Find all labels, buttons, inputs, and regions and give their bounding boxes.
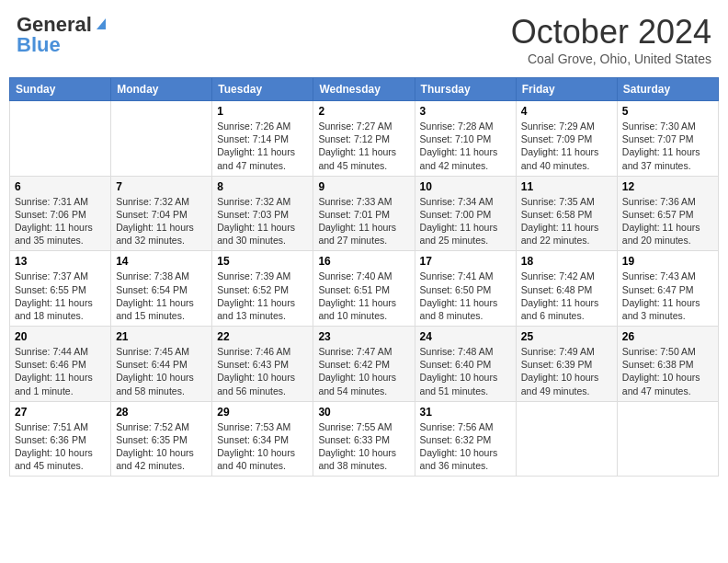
day-number: 16 xyxy=(318,255,409,268)
day-number: 3 xyxy=(420,105,511,118)
day-header-sunday: Sunday xyxy=(10,78,111,101)
day-info: Sunrise: 7:43 AMSunset: 6:47 PMDaylight:… xyxy=(622,270,713,322)
logo-triangle-icon xyxy=(93,15,109,31)
day-header-tuesday: Tuesday xyxy=(212,78,313,101)
day-number: 9 xyxy=(318,180,409,193)
day-info: Sunrise: 7:49 AMSunset: 6:39 PMDaylight:… xyxy=(521,345,612,397)
day-number: 26 xyxy=(622,330,713,343)
day-number: 5 xyxy=(622,105,713,118)
day-info: Sunrise: 7:41 AMSunset: 6:50 PMDaylight:… xyxy=(420,270,511,322)
day-number: 11 xyxy=(521,180,612,193)
day-info: Sunrise: 7:38 AMSunset: 6:54 PMDaylight:… xyxy=(116,270,207,322)
calendar-cell: 25Sunrise: 7:49 AMSunset: 6:39 PMDayligh… xyxy=(516,327,617,402)
day-number: 28 xyxy=(116,406,207,419)
day-number: 7 xyxy=(116,180,207,193)
day-info: Sunrise: 7:50 AMSunset: 6:38 PMDaylight:… xyxy=(622,345,713,397)
calendar-cell: 8Sunrise: 7:32 AMSunset: 7:03 PMDaylight… xyxy=(212,176,313,251)
calendar-cell: 19Sunrise: 7:43 AMSunset: 6:47 PMDayligh… xyxy=(617,251,718,327)
day-number: 31 xyxy=(420,406,511,419)
calendar-cell: 26Sunrise: 7:50 AMSunset: 6:38 PMDayligh… xyxy=(617,327,718,402)
day-number: 21 xyxy=(116,330,207,343)
calendar-cell: 10Sunrise: 7:34 AMSunset: 7:00 PMDayligh… xyxy=(415,176,516,251)
calendar-cell: 17Sunrise: 7:41 AMSunset: 6:50 PMDayligh… xyxy=(415,251,516,327)
calendar-cell xyxy=(10,101,111,177)
day-info: Sunrise: 7:48 AMSunset: 6:40 PMDaylight:… xyxy=(420,345,511,397)
calendar-table: SundayMondayTuesdayWednesdayThursdayFrid… xyxy=(9,77,719,477)
day-number: 6 xyxy=(15,180,106,193)
calendar-week-3: 13Sunrise: 7:37 AMSunset: 6:55 PMDayligh… xyxy=(10,251,719,327)
calendar-header-row: SundayMondayTuesdayWednesdayThursdayFrid… xyxy=(10,78,719,101)
month-title: October 2024 xyxy=(511,13,711,52)
day-number: 30 xyxy=(318,406,409,419)
day-info: Sunrise: 7:52 AMSunset: 6:35 PMDaylight:… xyxy=(116,420,207,473)
day-number: 23 xyxy=(318,330,409,343)
day-number: 17 xyxy=(420,255,511,268)
day-number: 15 xyxy=(217,255,308,268)
calendar-cell: 30Sunrise: 7:55 AMSunset: 6:33 PMDayligh… xyxy=(313,401,415,477)
calendar-cell: 1Sunrise: 7:26 AMSunset: 7:14 PMDaylight… xyxy=(212,101,313,177)
calendar-cell: 15Sunrise: 7:39 AMSunset: 6:52 PMDayligh… xyxy=(212,251,313,327)
calendar-cell: 14Sunrise: 7:38 AMSunset: 6:54 PMDayligh… xyxy=(111,251,212,327)
location: Coal Grove, Ohio, United States xyxy=(511,52,711,66)
day-info: Sunrise: 7:36 AMSunset: 6:57 PMDaylight:… xyxy=(622,195,713,247)
day-info: Sunrise: 7:34 AMSunset: 7:00 PMDaylight:… xyxy=(420,195,511,247)
day-number: 4 xyxy=(521,105,612,118)
calendar-cell: 5Sunrise: 7:30 AMSunset: 7:07 PMDaylight… xyxy=(617,101,718,177)
calendar-cell: 18Sunrise: 7:42 AMSunset: 6:48 PMDayligh… xyxy=(516,251,617,327)
calendar-cell: 9Sunrise: 7:33 AMSunset: 7:01 PMDaylight… xyxy=(313,176,415,251)
day-info: Sunrise: 7:55 AMSunset: 6:33 PMDaylight:… xyxy=(318,420,409,473)
day-info: Sunrise: 7:40 AMSunset: 6:51 PMDaylight:… xyxy=(318,270,409,322)
day-header-wednesday: Wednesday xyxy=(313,78,415,101)
day-number: 10 xyxy=(420,180,511,193)
calendar-cell: 22Sunrise: 7:46 AMSunset: 6:43 PMDayligh… xyxy=(212,327,313,402)
calendar-week-5: 27Sunrise: 7:51 AMSunset: 6:36 PMDayligh… xyxy=(10,401,719,477)
calendar-cell: 27Sunrise: 7:51 AMSunset: 6:36 PMDayligh… xyxy=(10,401,111,477)
svg-marker-0 xyxy=(97,18,106,29)
day-number: 12 xyxy=(622,180,713,193)
calendar-cell xyxy=(617,401,718,477)
calendar-cell xyxy=(516,401,617,477)
calendar-week-4: 20Sunrise: 7:44 AMSunset: 6:46 PMDayligh… xyxy=(10,327,719,402)
calendar-cell: 16Sunrise: 7:40 AMSunset: 6:51 PMDayligh… xyxy=(313,251,415,327)
day-info: Sunrise: 7:42 AMSunset: 6:48 PMDaylight:… xyxy=(521,270,612,322)
day-info: Sunrise: 7:44 AMSunset: 6:46 PMDaylight:… xyxy=(15,345,106,397)
day-number: 8 xyxy=(217,180,308,193)
title-section: October 2024 Coal Grove, Ohio, United St… xyxy=(511,13,711,66)
calendar-week-2: 6Sunrise: 7:31 AMSunset: 7:06 PMDaylight… xyxy=(10,176,719,251)
day-info: Sunrise: 7:45 AMSunset: 6:44 PMDaylight:… xyxy=(116,345,207,397)
calendar-week-1: 1Sunrise: 7:26 AMSunset: 7:14 PMDaylight… xyxy=(10,101,719,177)
day-number: 1 xyxy=(217,105,308,118)
day-header-saturday: Saturday xyxy=(617,78,718,101)
day-info: Sunrise: 7:33 AMSunset: 7:01 PMDaylight:… xyxy=(318,195,409,247)
day-info: Sunrise: 7:47 AMSunset: 6:42 PMDaylight:… xyxy=(318,345,409,397)
day-number: 22 xyxy=(217,330,308,343)
calendar-cell: 4Sunrise: 7:29 AMSunset: 7:09 PMDaylight… xyxy=(516,101,617,177)
day-info: Sunrise: 7:46 AMSunset: 6:43 PMDaylight:… xyxy=(217,345,308,397)
day-info: Sunrise: 7:51 AMSunset: 6:36 PMDaylight:… xyxy=(15,420,106,473)
calendar-cell: 31Sunrise: 7:56 AMSunset: 6:32 PMDayligh… xyxy=(415,401,516,477)
day-header-friday: Friday xyxy=(516,78,617,101)
day-info: Sunrise: 7:31 AMSunset: 7:06 PMDaylight:… xyxy=(15,195,106,247)
day-number: 14 xyxy=(116,255,207,268)
day-info: Sunrise: 7:53 AMSunset: 6:34 PMDaylight:… xyxy=(217,420,308,473)
day-number: 18 xyxy=(521,255,612,268)
calendar-cell: 21Sunrise: 7:45 AMSunset: 6:44 PMDayligh… xyxy=(111,327,212,402)
day-number: 20 xyxy=(15,330,106,343)
logo-blue: Blue xyxy=(17,33,61,57)
day-number: 25 xyxy=(521,330,612,343)
day-number: 2 xyxy=(318,105,409,118)
day-number: 13 xyxy=(15,255,106,268)
day-number: 27 xyxy=(15,406,106,419)
calendar-cell: 23Sunrise: 7:47 AMSunset: 6:42 PMDayligh… xyxy=(313,327,415,402)
day-info: Sunrise: 7:27 AMSunset: 7:12 PMDaylight:… xyxy=(318,120,409,172)
calendar-cell: 13Sunrise: 7:37 AMSunset: 6:55 PMDayligh… xyxy=(10,251,111,327)
page-header: General Blue October 2024 Coal Grove, Oh… xyxy=(9,9,719,70)
calendar-cell: 28Sunrise: 7:52 AMSunset: 6:35 PMDayligh… xyxy=(111,401,212,477)
day-info: Sunrise: 7:37 AMSunset: 6:55 PMDaylight:… xyxy=(15,270,106,322)
calendar-cell: 12Sunrise: 7:36 AMSunset: 6:57 PMDayligh… xyxy=(617,176,718,251)
day-info: Sunrise: 7:39 AMSunset: 6:52 PMDaylight:… xyxy=(217,270,308,322)
calendar-cell xyxy=(111,101,212,177)
calendar-cell: 3Sunrise: 7:28 AMSunset: 7:10 PMDaylight… xyxy=(415,101,516,177)
calendar-cell: 20Sunrise: 7:44 AMSunset: 6:46 PMDayligh… xyxy=(10,327,111,402)
day-info: Sunrise: 7:28 AMSunset: 7:10 PMDaylight:… xyxy=(420,120,511,172)
